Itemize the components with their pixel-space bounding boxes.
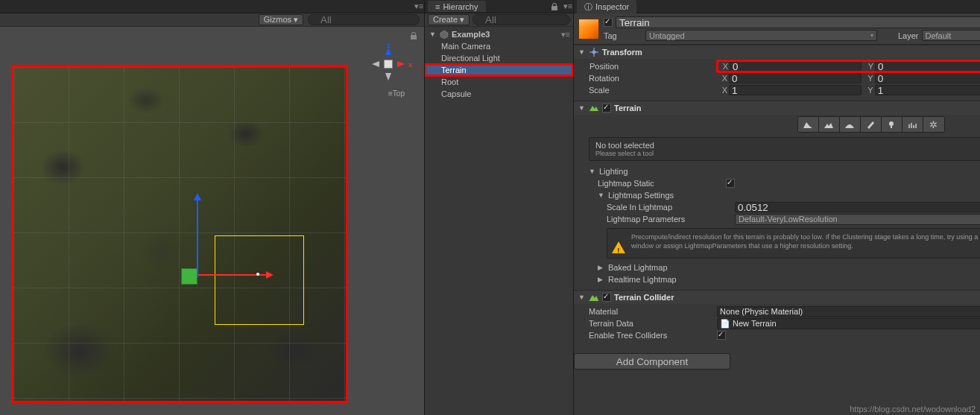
hierarchy-item-selected[interactable]: Terrain: [425, 64, 573, 76]
foldout-icon[interactable]: ▼: [429, 31, 437, 38]
panel-options-icon[interactable]: ▾≡: [414, 1, 424, 12]
transform-handle-plane[interactable]: [181, 268, 197, 285]
selection-rect: [215, 235, 304, 325]
scene-toolbar: Gizmos▾ 🔍: [0, 13, 424, 27]
material-label: Material: [589, 307, 714, 316]
select-tool-text: Please select a tool: [595, 150, 980, 157]
position-x-input[interactable]: [730, 61, 862, 72]
scene-view[interactable]: z x ≡Top: [0, 27, 424, 415]
paint-details-tool[interactable]: [902, 117, 923, 132]
tag-dropdown[interactable]: Untagged▾: [645, 30, 877, 41]
lightmap-static-checkbox[interactable]: [726, 179, 735, 188]
scale-in-lightmap-label: Scale In Lightmap: [607, 203, 732, 212]
position-label: Position: [589, 62, 715, 71]
terrain-preview[interactable]: [13, 67, 346, 401]
gameobject-header: Static ▾ Tag Untagged▾ Layer Default▾: [574, 13, 980, 45]
material-object-field[interactable]: None (Physic Material)⊙: [717, 306, 980, 317]
foldout-icon[interactable]: ▼: [598, 191, 605, 199]
terrain-tool-group: ✲: [589, 116, 980, 133]
collider-enabled-checkbox[interactable]: [602, 293, 611, 302]
unity-scene-icon: [440, 30, 449, 39]
foldout-icon[interactable]: ▼: [578, 294, 586, 301]
terrain-collider-icon: [589, 292, 599, 302]
foldout-icon[interactable]: ▼: [578, 48, 586, 56]
scene-panel: ▾≡ Gizmos▾ 🔍 z: [0, 0, 425, 415]
resolution-warning: Precompute/indirect resolution for this …: [607, 228, 980, 259]
hierarchy-tree: ▼ Example3 ▾≡ Main Camera Directional Li…: [425, 27, 573, 415]
gameobject-name-input[interactable]: [616, 16, 980, 28]
position-fields: X Y Z: [718, 61, 980, 72]
scale-in-lightmap-input[interactable]: [735, 202, 980, 212]
scene-search-input[interactable]: [308, 14, 420, 25]
terrain-data-label: Terrain Data: [589, 319, 714, 328]
tree-colliders-checkbox[interactable]: [717, 331, 726, 340]
info-icon: ⓘ: [584, 1, 592, 13]
scale-x-input[interactable]: [729, 85, 862, 95]
gameobject-icon[interactable]: [578, 19, 599, 39]
pivot-dot: [256, 273, 259, 276]
tag-label: Tag: [604, 31, 642, 40]
inspector-tab[interactable]: ⓘInspector: [577, 0, 636, 13]
svg-marker-0: [440, 31, 448, 39]
transform-component: ▼ Transform ? ⚙ Position X: [574, 45, 980, 101]
scale-label: Scale: [589, 86, 714, 95]
raise-lower-tool[interactable]: [798, 117, 819, 132]
gizmo-lock-icon[interactable]: [409, 31, 418, 42]
no-tool-text: No tool selected: [595, 141, 980, 150]
place-trees-tool[interactable]: [882, 117, 902, 132]
hierarchy-search-input[interactable]: [472, 14, 570, 25]
view-mode-label[interactable]: ≡Top: [388, 89, 405, 98]
gameobject-active-checkbox[interactable]: [604, 18, 613, 27]
foldout-icon[interactable]: ▶: [598, 276, 605, 283]
lock-icon[interactable]: [549, 1, 560, 12]
terrain-collider-component: ▼ Terrain Collider ? ⚙ Material None (Ph…: [574, 290, 980, 346]
watermark-text: https://blog.csdn.net/wodownload2: [850, 405, 976, 414]
paint-height-tool[interactable]: [819, 117, 840, 132]
lightmap-static-label: Lightmap Static: [598, 179, 723, 188]
terrain-icon: [589, 103, 599, 113]
lightmap-params-label: Lightmap Parameters: [607, 215, 732, 224]
hierarchy-item[interactable]: Root: [425, 76, 573, 88]
y-axis-handle[interactable]: [197, 197, 198, 277]
rotation-label: Rotation: [589, 74, 714, 83]
scene-tabbar: ▾≡: [0, 0, 424, 13]
paint-texture-tool[interactable]: [861, 117, 882, 132]
hierarchy-icon: ≡: [435, 2, 440, 11]
foldout-icon[interactable]: ▶: [598, 264, 605, 271]
gizmos-dropdown[interactable]: Gizmos▾: [259, 14, 303, 25]
foldout-icon[interactable]: ▼: [578, 104, 586, 112]
panel-options-icon[interactable]: ▾≡: [563, 1, 573, 12]
svg-rect-3: [891, 125, 892, 128]
hierarchy-item[interactable]: Main Camera: [425, 40, 573, 52]
terrain-data-object-field[interactable]: 📄 New Terrain⊙: [717, 318, 980, 329]
scene-orientation-gizmo[interactable]: z x: [367, 43, 409, 85]
terrain-component: ▼ Terrain ? ⚙: [574, 101, 980, 290]
warning-icon: [612, 235, 625, 253]
layer-label: Layer: [880, 31, 919, 40]
scale-y-input[interactable]: [875, 85, 980, 95]
scene-root-row[interactable]: ▼ Example3 ▾≡: [425, 28, 573, 40]
position-y-input[interactable]: [875, 61, 980, 72]
svg-rect-4: [589, 300, 598, 301]
lightmap-params-dropdown[interactable]: Default-VeryLowResolution▾: [735, 214, 980, 225]
transform-icon: [589, 47, 599, 57]
rotation-y-input[interactable]: [875, 73, 980, 83]
terrain-enabled-checkbox[interactable]: [602, 104, 611, 113]
create-dropdown[interactable]: Create▾: [428, 14, 470, 25]
layer-dropdown[interactable]: Default▾: [922, 30, 981, 41]
add-component-button[interactable]: Add Component: [574, 353, 730, 370]
foldout-icon[interactable]: ▼: [589, 168, 596, 175]
scene-options-icon[interactable]: ▾≡: [561, 30, 570, 39]
tree-colliders-label: Enable Tree Colliders: [589, 331, 714, 340]
smooth-height-tool[interactable]: [840, 117, 861, 132]
hierarchy-item[interactable]: Directional Light: [425, 52, 573, 64]
rotation-x-input[interactable]: [729, 73, 862, 83]
inspector-panel: ⓘInspector ▾≡ Static ▾: [574, 0, 980, 415]
terrain-settings-tool[interactable]: ✲: [923, 117, 944, 132]
hierarchy-item[interactable]: Capsule: [425, 88, 573, 100]
hierarchy-tab[interactable]: ≡Hierarchy: [428, 1, 486, 12]
hierarchy-panel: ≡Hierarchy ▾≡ Create▾ 🔍 ▼ Example3 ▾≡ Ma: [425, 0, 574, 415]
